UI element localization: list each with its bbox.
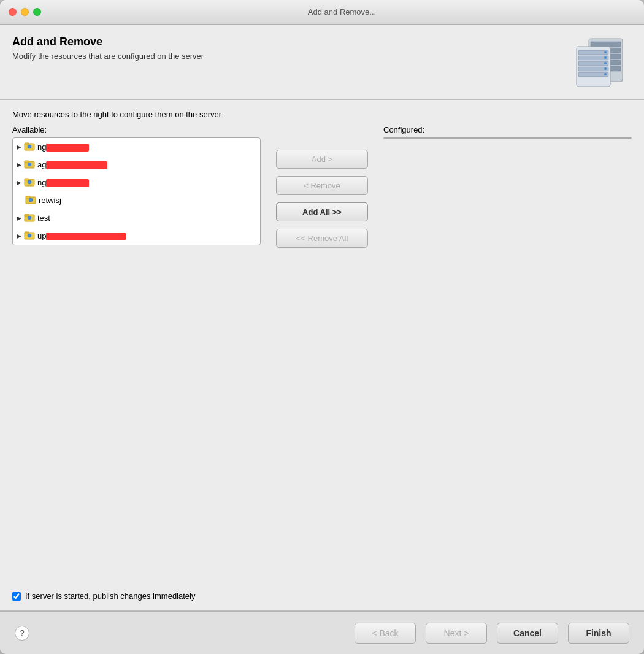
window-title: Add and Remove...: [48, 7, 635, 17]
back-button[interactable]: < Back: [355, 623, 416, 644]
svg-point-15: [604, 67, 607, 70]
svg-rect-30: [25, 214, 29, 216]
configured-column: Configured:: [383, 125, 632, 139]
page-title: Add and Remove: [12, 36, 204, 48]
add-button[interactable]: Add >: [276, 150, 368, 169]
svg-point-16: [604, 73, 607, 75]
middle-buttons: Add > < Remove Add All >> << Remove All: [267, 125, 377, 248]
svg-point-28: [29, 198, 33, 202]
svg-point-12: [604, 51, 607, 53]
expand-arrow-icon[interactable]: ▶: [17, 215, 21, 221]
folder-icon: [24, 140, 35, 153]
bottom-bar: ? < Back Next > Cancel Finish: [0, 611, 644, 654]
close-button[interactable]: [9, 8, 17, 16]
server-icon: [570, 36, 632, 91]
svg-point-34: [28, 234, 31, 237]
list-item[interactable]: ▶ ng: [13, 174, 260, 191]
title-bar: Add and Remove...: [0, 0, 644, 25]
svg-point-25: [28, 180, 31, 184]
expand-arrow-icon[interactable]: ▶: [17, 179, 21, 186]
expand-arrow-icon[interactable]: ▶: [17, 144, 21, 150]
finish-button[interactable]: Finish: [568, 623, 629, 644]
header-text: Add and Remove Modify the resources that…: [12, 36, 204, 61]
list-item[interactable]: retwisj: [13, 191, 260, 209]
redacted-content: [46, 233, 126, 240]
main-content: Move resources to the right to configure…: [0, 100, 644, 610]
item-name: test: [37, 214, 50, 223]
svg-rect-27: [26, 196, 30, 198]
help-icon: ?: [20, 628, 24, 637]
item-name: ag: [37, 160, 107, 169]
svg-rect-21: [25, 161, 29, 163]
svg-rect-18: [25, 143, 29, 145]
svg-rect-8: [578, 56, 608, 60]
available-list[interactable]: ▶ ng▶ ag▶ ng retwisj▶ test▶ up: [12, 137, 261, 245]
list-item[interactable]: ▶ test: [13, 209, 260, 227]
available-column: Available: ▶ ng▶ ag▶ ng retwisj▶ test▶: [12, 125, 261, 245]
traffic-lights: [9, 8, 41, 16]
svg-rect-11: [578, 72, 608, 77]
svg-rect-7: [578, 50, 608, 55]
configured-label: Configured:: [383, 125, 632, 134]
redacted-content: [46, 144, 89, 152]
svg-rect-10: [578, 67, 608, 71]
svg-point-13: [604, 56, 607, 59]
publish-label: If server is started, publish changes im…: [25, 591, 195, 601]
remove-all-button[interactable]: << Remove All: [276, 229, 368, 248]
redacted-content: [46, 161, 107, 169]
publish-checkbox[interactable]: [12, 592, 21, 601]
item-name: ng: [37, 142, 89, 152]
svg-rect-1: [591, 42, 621, 47]
svg-rect-24: [25, 179, 29, 180]
remove-button[interactable]: < Remove: [276, 176, 368, 195]
folder-icon: [24, 176, 35, 189]
checkbox-row: If server is started, publish changes im…: [12, 591, 632, 601]
main-window: Add and Remove... Add and Remove Modify …: [0, 0, 644, 654]
list-item[interactable]: ▶ ag: [13, 156, 260, 174]
configured-list[interactable]: [383, 137, 632, 139]
help-button[interactable]: ?: [15, 626, 29, 641]
instruction-text: Move resources to the right to configure…: [12, 110, 632, 119]
expand-arrow-icon[interactable]: ▶: [17, 161, 21, 168]
redacted-content: [46, 179, 89, 187]
minimize-button[interactable]: [21, 8, 29, 16]
zoom-button[interactable]: [33, 8, 41, 16]
svg-point-22: [28, 163, 31, 166]
add-all-button[interactable]: Add All >>: [276, 202, 368, 221]
svg-point-19: [28, 145, 31, 148]
svg-point-31: [28, 216, 31, 220]
svg-rect-33: [25, 232, 29, 234]
list-item[interactable]: ▶ ng: [13, 138, 260, 156]
folder-icon: [24, 229, 35, 242]
available-label: Available:: [12, 125, 261, 134]
next-button[interactable]: Next >: [426, 623, 487, 644]
svg-point-14: [604, 62, 607, 64]
columns-row: Available: ▶ ng▶ ag▶ ng retwisj▶ test▶: [12, 125, 632, 583]
folder-icon: [25, 194, 36, 207]
cancel-button[interactable]: Cancel: [497, 623, 558, 644]
folder-icon: [24, 158, 35, 171]
expand-arrow-icon[interactable]: ▶: [17, 233, 21, 239]
item-name: up: [37, 231, 126, 240]
item-name: ng: [37, 178, 89, 187]
svg-rect-9: [578, 61, 608, 66]
header-section: Add and Remove Modify the resources that…: [0, 25, 644, 100]
page-subtitle: Modify the resources that are configured…: [12, 52, 204, 61]
item-name: retwisj: [39, 196, 61, 205]
folder-icon: [24, 212, 35, 225]
list-item[interactable]: ▶ up: [13, 227, 260, 245]
